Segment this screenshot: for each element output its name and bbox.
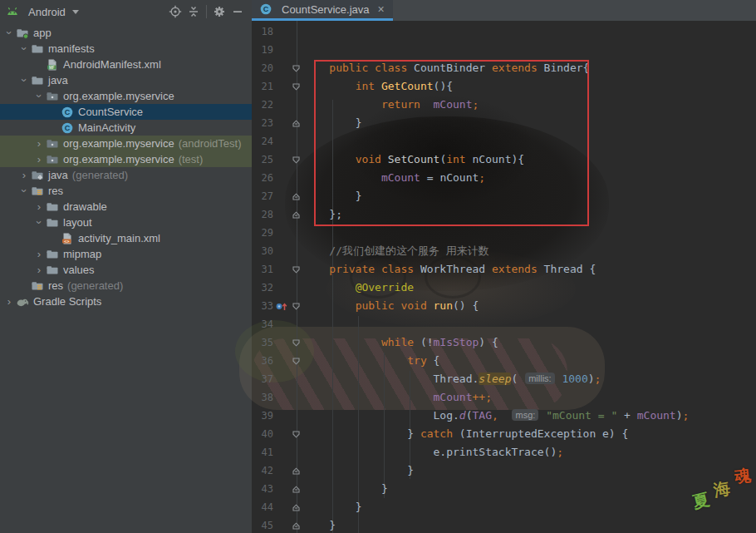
code-text[interactable]: } xyxy=(303,480,756,498)
code-text[interactable]: } xyxy=(303,114,756,132)
code-text[interactable]: mCount++; xyxy=(303,388,756,407)
code-line-29[interactable]: 29 xyxy=(252,224,756,242)
code-line-45[interactable]: 45 } xyxy=(252,516,756,533)
line-number[interactable]: 34 xyxy=(252,315,275,333)
line-number[interactable]: 19 xyxy=(252,41,275,59)
code-text[interactable]: public class CountBinder extends Binder{ xyxy=(303,59,756,77)
line-number[interactable]: 27 xyxy=(252,187,275,205)
fold-open-icon[interactable] xyxy=(288,77,303,96)
code-text[interactable] xyxy=(303,22,756,41)
code-text[interactable]: return mCount; xyxy=(303,96,756,114)
tree-item-res-generated[interactable]: res(generated) xyxy=(0,278,252,294)
code-line-36[interactable]: 36 try { xyxy=(252,352,756,370)
code-text[interactable]: mCount = nCount; xyxy=(303,169,756,187)
chevron-right-icon[interactable]: › xyxy=(33,248,45,260)
chevron-down-icon[interactable]: › xyxy=(33,90,45,102)
code-text[interactable]: try { xyxy=(303,352,756,370)
code-text[interactable]: int GetCount(){ xyxy=(303,77,756,96)
code-line-25[interactable]: 25 void SetCount(int nCount){ xyxy=(252,151,756,169)
chevron-right-icon[interactable]: › xyxy=(18,169,30,181)
close-tab-icon[interactable]: × xyxy=(378,3,385,15)
tree-item-res[interactable]: › res xyxy=(0,183,252,199)
code-text[interactable]: } xyxy=(303,516,756,533)
tree-item-values[interactable]: › values xyxy=(0,262,252,278)
fold-open-icon[interactable] xyxy=(288,260,303,279)
fold-close-icon[interactable] xyxy=(288,480,303,498)
line-number[interactable]: 44 xyxy=(252,498,275,516)
tree-item-org-example-myservice[interactable]: › org.example.myservice xyxy=(0,88,252,104)
line-number[interactable]: 43 xyxy=(252,480,275,498)
code-line-35[interactable]: 35 while (!mIsStop) { xyxy=(252,333,756,352)
tree-item-gradle-scripts[interactable]: › Gradle Scripts xyxy=(0,294,252,309)
code-text[interactable]: @Override xyxy=(303,279,756,297)
code-line-33[interactable]: 33 public void run() { xyxy=(252,297,756,315)
line-number[interactable]: 42 xyxy=(252,461,275,480)
code-text[interactable]: void SetCount(int nCount){ xyxy=(303,151,756,169)
project-view-selector[interactable]: Android xyxy=(5,5,79,18)
tree-item-mipmap[interactable]: › mipmap xyxy=(0,246,252,262)
code-line-34[interactable]: 34 xyxy=(252,315,756,333)
code-line-18[interactable]: 18 xyxy=(252,22,756,41)
line-number[interactable]: 35 xyxy=(252,333,275,352)
fold-close-icon[interactable] xyxy=(288,114,303,132)
chevron-right-icon[interactable]: › xyxy=(33,200,45,213)
line-number[interactable]: 26 xyxy=(252,169,275,187)
tree-item-mainactivity[interactable]: CMainActivity xyxy=(0,120,252,136)
chevron-right-icon[interactable]: › xyxy=(33,264,45,276)
tree-item-manifests[interactable]: › manifests xyxy=(0,41,252,57)
line-number[interactable]: 45 xyxy=(252,516,275,533)
code-text[interactable]: } xyxy=(303,187,756,205)
code-text[interactable] xyxy=(303,132,756,151)
chevron-down-icon[interactable]: › xyxy=(18,74,30,86)
fold-close-icon[interactable] xyxy=(288,516,303,533)
line-number[interactable]: 30 xyxy=(252,242,275,260)
line-number[interactable]: 23 xyxy=(252,114,275,132)
fold-open-icon[interactable] xyxy=(288,297,303,315)
chevron-down-icon[interactable]: › xyxy=(18,185,30,197)
line-number[interactable]: 33 xyxy=(252,297,275,315)
code-line-23[interactable]: 23 } xyxy=(252,114,756,132)
line-number[interactable]: 40 xyxy=(252,425,275,443)
code-text[interactable]: public void run() { xyxy=(303,297,756,315)
fold-open-icon[interactable] xyxy=(288,59,303,77)
overriding-method-icon[interactable] xyxy=(275,297,288,315)
code-line-31[interactable]: 31 private class WorkThread extends Thre… xyxy=(252,260,756,279)
code-line-32[interactable]: 32 @Override xyxy=(252,279,756,297)
code-text[interactable]: //我们创建的这个服务 用来计数 xyxy=(303,242,756,260)
tree-item-activity-main-xml[interactable]: <>activity_main.xml xyxy=(0,230,252,246)
chevron-right-icon[interactable]: › xyxy=(33,137,45,150)
code-text[interactable] xyxy=(303,315,756,333)
fold-open-icon[interactable] xyxy=(288,352,303,370)
fold-open-icon[interactable] xyxy=(288,333,303,352)
line-number[interactable]: 29 xyxy=(252,224,275,242)
line-number[interactable]: 20 xyxy=(252,59,275,77)
locate-file-icon[interactable] xyxy=(166,2,184,21)
hide-panel-icon[interactable] xyxy=(228,2,247,21)
code-text[interactable] xyxy=(303,41,756,59)
line-number[interactable]: 41 xyxy=(252,443,275,461)
code-text[interactable]: e.printStackTrace(); xyxy=(303,443,756,461)
code-text[interactable]: while (!mIsStop) { xyxy=(303,333,756,352)
tree-item-app[interactable]: › app xyxy=(0,25,252,41)
settings-gear-icon[interactable] xyxy=(210,2,228,21)
code-text[interactable]: } xyxy=(303,461,756,480)
code-line-21[interactable]: 21 int GetCount(){ xyxy=(252,77,756,96)
code-editor[interactable]: 181920 public class CountBinder extends … xyxy=(252,21,756,533)
fold-open-icon[interactable] xyxy=(288,151,303,169)
fold-open-icon[interactable] xyxy=(288,425,303,443)
line-number[interactable]: 32 xyxy=(252,279,275,297)
code-text[interactable] xyxy=(303,224,756,242)
line-number[interactable]: 18 xyxy=(252,22,275,41)
tree-item-org-example-myservice-test[interactable]: › org.example.myservice(test) xyxy=(0,151,252,167)
chevron-down-icon[interactable]: › xyxy=(33,216,45,229)
line-number[interactable]: 38 xyxy=(252,388,275,407)
code-text[interactable]: } xyxy=(303,498,756,516)
tab-countservice-java[interactable]: C CountService.java × xyxy=(252,0,393,21)
line-number[interactable]: 36 xyxy=(252,352,275,370)
code-text[interactable]: private class WorkThread extends Thread … xyxy=(303,260,756,279)
code-line-30[interactable]: 30 //我们创建的这个服务 用来计数 xyxy=(252,242,756,260)
code-line-19[interactable]: 19 xyxy=(252,41,756,59)
fold-close-icon[interactable] xyxy=(288,205,303,224)
tree-item-layout[interactable]: › layout xyxy=(0,215,252,230)
tree-item-drawable[interactable]: › drawable xyxy=(0,199,252,215)
